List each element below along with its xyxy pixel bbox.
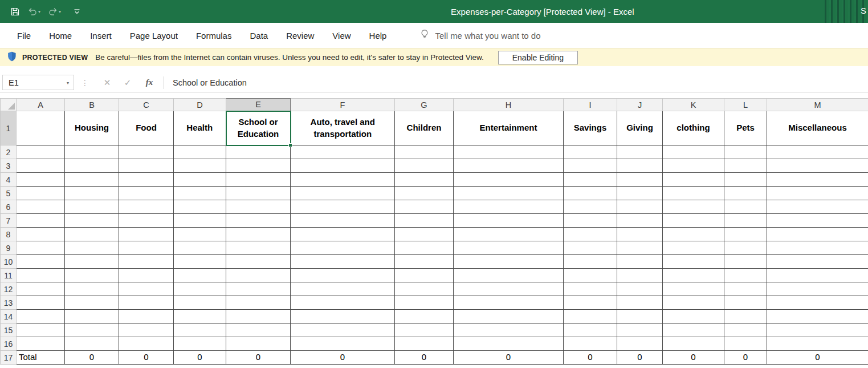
column-header-B[interactable]: B bbox=[65, 99, 119, 111]
cell-D4[interactable] bbox=[174, 173, 226, 187]
cell-B3[interactable] bbox=[65, 159, 119, 173]
cell-H1[interactable]: Entertainment bbox=[454, 111, 564, 145]
cell-G10[interactable] bbox=[395, 255, 454, 269]
tab-insert[interactable]: Insert bbox=[81, 23, 121, 48]
cell-H12[interactable] bbox=[454, 282, 564, 296]
cell-C6[interactable] bbox=[119, 200, 174, 214]
cell-F10[interactable] bbox=[291, 255, 395, 269]
cell-G14[interactable] bbox=[395, 310, 454, 323]
cell-E6[interactable] bbox=[226, 200, 291, 214]
cell-M10[interactable] bbox=[767, 255, 868, 269]
column-header-D[interactable]: D bbox=[174, 99, 226, 111]
cell-I7[interactable] bbox=[564, 214, 617, 228]
row-header-8[interactable]: 8 bbox=[1, 228, 17, 241]
cell-L6[interactable] bbox=[724, 200, 767, 214]
cell-B11[interactable] bbox=[65, 269, 119, 282]
cell-B10[interactable] bbox=[65, 255, 119, 269]
name-box-dropdown-caret[interactable]: ▾ bbox=[67, 80, 69, 86]
cell-M9[interactable] bbox=[767, 241, 868, 255]
cell-D1[interactable]: Health bbox=[174, 111, 226, 145]
cell-L11[interactable] bbox=[724, 269, 767, 282]
cell-M14[interactable] bbox=[767, 310, 868, 323]
cell-M7[interactable] bbox=[767, 214, 868, 228]
cell-M5[interactable] bbox=[767, 187, 868, 200]
cell-A16[interactable] bbox=[17, 337, 65, 351]
column-header-F[interactable]: F bbox=[291, 99, 395, 111]
redo-icon[interactable]: ▾ bbox=[46, 6, 63, 17]
cell-H15[interactable] bbox=[454, 323, 564, 337]
undo-dropdown-caret[interactable]: ▾ bbox=[38, 9, 40, 14]
cell-M6[interactable] bbox=[767, 200, 868, 214]
cell-A7[interactable] bbox=[17, 214, 65, 228]
row-header-13[interactable]: 13 bbox=[1, 296, 17, 310]
cell-L9[interactable] bbox=[724, 241, 767, 255]
cell-I16[interactable] bbox=[564, 337, 617, 351]
cell-A14[interactable] bbox=[17, 310, 65, 323]
insert-function-icon[interactable]: fx bbox=[138, 78, 161, 87]
cell-I4[interactable] bbox=[564, 173, 617, 187]
cell-B6[interactable] bbox=[65, 200, 119, 214]
cell-D3[interactable] bbox=[174, 159, 226, 173]
cell-E5[interactable] bbox=[226, 187, 291, 200]
enable-editing-button[interactable]: Enable Editing bbox=[498, 51, 578, 64]
cell-C3[interactable] bbox=[119, 159, 174, 173]
cell-C12[interactable] bbox=[119, 282, 174, 296]
cell-M8[interactable] bbox=[767, 228, 868, 241]
cell-L17[interactable]: 0 bbox=[724, 351, 767, 365]
cell-D16[interactable] bbox=[174, 337, 226, 351]
column-header-M[interactable]: M bbox=[767, 99, 868, 111]
cell-E13[interactable] bbox=[226, 296, 291, 310]
cell-F17[interactable]: 0 bbox=[291, 351, 395, 365]
tab-home[interactable]: Home bbox=[40, 23, 81, 48]
cell-E2[interactable] bbox=[226, 145, 291, 159]
enter-icon[interactable]: ✓ bbox=[117, 78, 138, 88]
cell-G1[interactable]: Children bbox=[395, 111, 454, 145]
cell-K6[interactable] bbox=[663, 200, 724, 214]
cell-L10[interactable] bbox=[724, 255, 767, 269]
cell-C14[interactable] bbox=[119, 310, 174, 323]
column-header-L[interactable]: L bbox=[724, 99, 767, 111]
cell-H7[interactable] bbox=[454, 214, 564, 228]
cell-M15[interactable] bbox=[767, 323, 868, 337]
cell-L13[interactable] bbox=[724, 296, 767, 310]
save-icon[interactable] bbox=[8, 5, 22, 18]
cell-F16[interactable] bbox=[291, 337, 395, 351]
cell-H2[interactable] bbox=[454, 145, 564, 159]
cell-J1[interactable]: Giving bbox=[617, 111, 663, 145]
row-header-10[interactable]: 10 bbox=[1, 255, 17, 269]
cell-H8[interactable] bbox=[454, 228, 564, 241]
cell-H11[interactable] bbox=[454, 269, 564, 282]
cell-L7[interactable] bbox=[724, 214, 767, 228]
cell-A1[interactable] bbox=[17, 111, 65, 145]
cell-A11[interactable] bbox=[17, 269, 65, 282]
row-header-1[interactable]: 1 bbox=[1, 111, 17, 145]
cell-J2[interactable] bbox=[617, 145, 663, 159]
cell-E11[interactable] bbox=[226, 269, 291, 282]
cell-J12[interactable] bbox=[617, 282, 663, 296]
cell-C10[interactable] bbox=[119, 255, 174, 269]
cell-A8[interactable] bbox=[17, 228, 65, 241]
cell-C13[interactable] bbox=[119, 296, 174, 310]
cell-K12[interactable] bbox=[663, 282, 724, 296]
cell-A9[interactable] bbox=[17, 241, 65, 255]
cell-F15[interactable] bbox=[291, 323, 395, 337]
cell-G17[interactable]: 0 bbox=[395, 351, 454, 365]
cell-K1[interactable]: clothing bbox=[663, 111, 724, 145]
cell-G6[interactable] bbox=[395, 200, 454, 214]
tab-review[interactable]: Review bbox=[277, 23, 323, 48]
row-header-5[interactable]: 5 bbox=[1, 187, 17, 200]
cell-I2[interactable] bbox=[564, 145, 617, 159]
cell-G7[interactable] bbox=[395, 214, 454, 228]
cell-L4[interactable] bbox=[724, 173, 767, 187]
cell-A10[interactable] bbox=[17, 255, 65, 269]
row-header-16[interactable]: 16 bbox=[1, 337, 17, 351]
cell-G8[interactable] bbox=[395, 228, 454, 241]
cell-K8[interactable] bbox=[663, 228, 724, 241]
cell-H4[interactable] bbox=[454, 173, 564, 187]
cell-D13[interactable] bbox=[174, 296, 226, 310]
tab-view[interactable]: View bbox=[323, 23, 360, 48]
cell-J8[interactable] bbox=[617, 228, 663, 241]
row-header-14[interactable]: 14 bbox=[1, 310, 17, 323]
cell-B15[interactable] bbox=[65, 323, 119, 337]
row-header-17[interactable]: 17 bbox=[1, 351, 17, 365]
